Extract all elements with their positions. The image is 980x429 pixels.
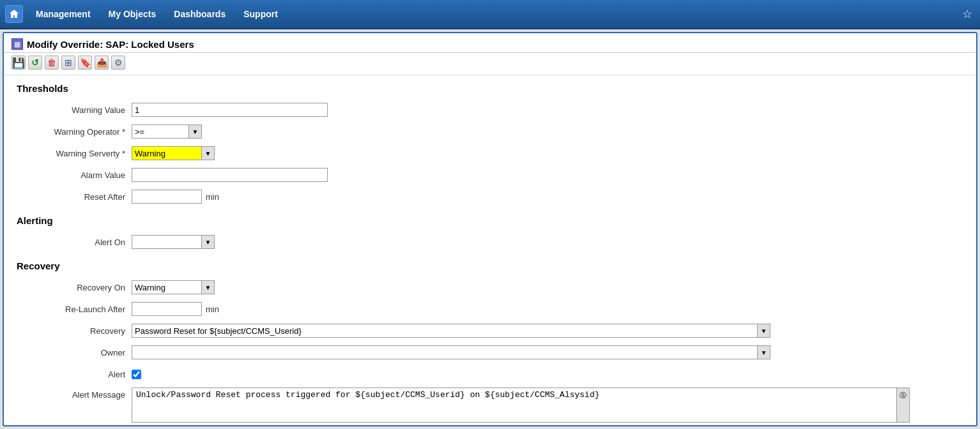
nav-my-objects[interactable]: My Objects: [100, 0, 165, 29]
reset-after-label: Reset After: [17, 192, 132, 202]
owner-label: Owner: [17, 348, 132, 358]
alert-on-row: Alert On ▼: [17, 234, 963, 250]
warning-operator-dropdown-btn[interactable]: ▼: [189, 124, 202, 139]
alert-checkbox[interactable]: [132, 370, 141, 379]
recovery-on-input[interactable]: [132, 280, 202, 294]
alarm-value-label: Alarm Value: [17, 170, 132, 180]
recovery-script-row: Recovery ▼: [17, 322, 963, 339]
alert-on-input[interactable]: [132, 235, 202, 249]
reset-after-unit: min: [206, 192, 219, 202]
warning-operator-input[interactable]: [132, 124, 189, 139]
alarm-value-row: Alarm Value: [17, 167, 963, 183]
nav-management[interactable]: Management: [27, 0, 100, 29]
save-button[interactable]: 💾: [11, 56, 26, 70]
recovery-script-dropdown-btn[interactable]: ▼: [758, 324, 770, 338]
reset-after-input[interactable]: [132, 190, 202, 204]
recovery-on-label: Recovery On: [17, 283, 132, 292]
relaunch-after-unit: min: [206, 305, 219, 314]
alert-message-textarea[interactable]: Unlock/Password Reset process triggered …: [132, 388, 897, 423]
alert-on-dropdown-btn[interactable]: ▼: [202, 235, 215, 249]
recovery-script-label: Recovery: [17, 326, 132, 336]
recovery-script-dropdown: ▼: [132, 324, 770, 338]
toolbar: 💾 ↺ 🗑 ⊞ 🔖 📤 ⚙: [4, 53, 976, 75]
warning-severity-input[interactable]: [132, 146, 202, 160]
alarm-value-input[interactable]: [132, 168, 328, 182]
warning-value-input[interactable]: 1: [132, 103, 328, 117]
recovery-section-title: Recovery: [17, 260, 963, 271]
delete-button[interactable]: 🗑: [45, 56, 59, 70]
relaunch-after-row: Re-Launch After min: [17, 301, 963, 317]
owner-dropdown-btn[interactable]: ▼: [758, 345, 770, 359]
copy-button[interactable]: ⊞: [61, 56, 75, 70]
alert-checkbox-row: Alert: [17, 366, 963, 382]
owner-row: Owner ▼: [17, 344, 963, 361]
star-icon[interactable]: ☆: [960, 4, 975, 24]
bookmark-button[interactable]: 🔖: [78, 56, 92, 70]
nav-bar: Management My Objects Dashboards Support…: [0, 0, 980, 29]
warning-severity-row: Warning Serverty * ▼: [17, 145, 963, 162]
refresh-button[interactable]: ↺: [28, 56, 42, 70]
thresholds-section-title: Thresholds: [17, 83, 963, 94]
alert-on-dropdown: ▼: [132, 235, 215, 249]
page-title-bar: ▦ Modify Override: SAP: Locked Users: [4, 33, 976, 53]
nav-dashboards[interactable]: Dashboards: [165, 0, 234, 29]
recovery-script-input[interactable]: [132, 324, 758, 338]
export-button[interactable]: 📤: [95, 56, 109, 70]
warning-operator-label: Warning Operator *: [17, 127, 132, 137]
warning-severity-dropdown-btn[interactable]: ▼: [202, 146, 215, 160]
alert-message-row: Alert Message Unlock/Password Reset proc…: [17, 388, 963, 423]
recovery-on-row: Recovery On ▼: [17, 279, 963, 296]
warning-severity-dropdown: ▼: [132, 146, 215, 160]
owner-dropdown: ▼: [132, 345, 770, 359]
owner-input[interactable]: [132, 345, 758, 359]
form-area: Thresholds Warning Value 1 Warning Opera…: [4, 75, 976, 426]
page-title: Modify Override: SAP: Locked Users: [27, 39, 194, 50]
home-button[interactable]: [5, 5, 23, 23]
warning-value-label: Warning Value: [17, 105, 132, 115]
alert-checkbox-label: Alert: [17, 370, 132, 379]
nav-support[interactable]: Support: [234, 0, 287, 29]
recovery-on-dropdown: ▼: [132, 280, 215, 294]
recovery-on-dropdown-btn[interactable]: ▼: [202, 280, 215, 294]
warning-value-row: Warning Value 1: [17, 102, 963, 118]
settings-button[interactable]: ⚙: [111, 56, 125, 70]
alert-message-label: Alert Message: [17, 388, 132, 400]
alert-on-label: Alert On: [17, 237, 132, 247]
alert-message-wrapper: Unlock/Password Reset process triggered …: [132, 388, 910, 423]
relaunch-after-label: Re-Launch After: [17, 305, 132, 314]
reset-after-row: Reset After min: [17, 188, 963, 205]
warning-operator-dropdown: ▼: [132, 124, 202, 139]
relaunch-after-input[interactable]: [132, 302, 202, 316]
alert-message-icon[interactable]: Ⓢ: [897, 388, 910, 423]
page-title-icon: ▦: [11, 38, 23, 50]
warning-operator-row: Warning Operator * ▼: [17, 123, 963, 140]
alerting-section-title: Alerting: [17, 215, 963, 226]
warning-severity-label: Warning Serverty *: [17, 149, 132, 158]
main-content: ▦ Modify Override: SAP: Locked Users 💾 ↺…: [3, 32, 977, 426]
